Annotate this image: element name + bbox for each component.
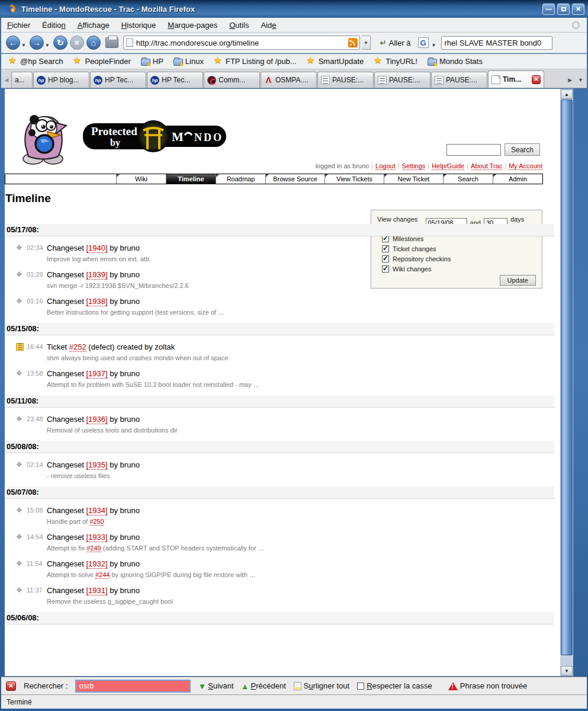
bookmark-item[interactable]: @hp Search — [8, 57, 63, 66]
timeline-section: 05/06/08: — [5, 612, 554, 624]
trac-nav-tab[interactable]: Search — [443, 174, 493, 184]
ticket-link[interactable]: #250 — [89, 518, 104, 526]
trac-nav-tab[interactable]: New Ticket — [384, 174, 443, 184]
go-button[interactable]: ↵ Aller à — [378, 37, 413, 49]
entry-link[interactable]: [1940] — [86, 244, 108, 253]
browser-tab[interactable]: HP Tec... — [147, 72, 203, 88]
entry-link[interactable]: #252 — [69, 342, 86, 352]
menu-item[interactable]: Édition — [42, 21, 66, 30]
browser-tab[interactable]: Tim...✕ — [488, 71, 544, 88]
browser-tab[interactable]: PAUSE:... — [374, 72, 430, 88]
find-input[interactable] — [75, 680, 191, 693]
reload-button[interactable]: ↻ — [53, 36, 68, 50]
menu-item[interactable]: Historique — [121, 21, 156, 30]
url-bar[interactable] — [123, 36, 360, 50]
stop-button[interactable]: × — [70, 36, 84, 50]
menu-item[interactable]: Fichier — [7, 21, 30, 30]
changeset-icon — [16, 461, 24, 469]
find-close-icon[interactable]: ✕ — [6, 681, 16, 691]
entry-link[interactable]: [1936] — [86, 415, 108, 424]
metanav-link[interactable]: Help/Guide — [432, 162, 464, 170]
tab-scroll-left-icon[interactable]: ◀ — [2, 72, 11, 88]
minimize-button[interactable]: — — [542, 4, 555, 15]
bookmark-item[interactable]: PeopleFinder — [73, 57, 130, 66]
checkbox-icon[interactable] — [357, 683, 364, 690]
metanav-link[interactable]: Settings — [402, 162, 426, 170]
trac-nav-tab[interactable]: View Tickets — [324, 174, 384, 184]
maximize-button[interactable] — [557, 4, 570, 15]
tab-scroll-right-icon[interactable]: ▶ — [565, 77, 574, 83]
entry-title: Ticket #252 (defect) created by zoltak — [47, 342, 554, 351]
close-button[interactable]: ✕ — [572, 4, 584, 15]
rss-feed-icon[interactable] — [348, 38, 358, 47]
match-case-checkbox[interactable]: Respecter la casse — [357, 681, 432, 690]
print-icon[interactable] — [105, 37, 118, 48]
date-header: 05/17/08: — [5, 224, 554, 236]
metanav-link[interactable]: About Trac — [471, 162, 502, 170]
entry-time: 01:16 — [27, 297, 43, 305]
titlebar[interactable]: Timeline - MondoRescue - Trac - Mozilla … — [0, 0, 588, 18]
metanav-link[interactable]: Logout — [375, 162, 396, 170]
engine-dropdown-icon[interactable]: ▼ — [432, 43, 436, 48]
menu-item[interactable]: Marque-pages — [168, 21, 217, 30]
entry-description: Attempt to fix problem with SuSE 10.2 bo… — [47, 381, 554, 389]
entry-link[interactable]: [1934] — [86, 506, 108, 515]
ticket-link[interactable]: #249 — [86, 545, 101, 552]
entry-link[interactable]: [1932] — [86, 559, 108, 569]
trac-nav-tab[interactable]: Roadmap — [216, 174, 265, 184]
ticket-link[interactable]: #244 — [95, 571, 110, 579]
trac-nav-tab[interactable]: Browse Source — [265, 174, 324, 184]
url-input[interactable] — [136, 39, 348, 47]
timeline-entry: 01:16 Changeset [1938] by bruno Better i… — [5, 297, 554, 316]
entry-link[interactable]: [1933] — [86, 533, 108, 542]
entry-link[interactable]: [1937] — [86, 369, 108, 379]
bookmark-item[interactable]: FTP Listing of /pub... — [214, 57, 297, 66]
browser-tab[interactable]: a... — [11, 72, 33, 88]
browser-tab[interactable]: HP Tec... — [90, 72, 146, 88]
scrollbar-thumb[interactable] — [561, 100, 573, 655]
vertical-scrollbar[interactable]: ▲ ▼ — [560, 89, 573, 676]
trac-nav-tab[interactable]: Admin — [493, 174, 542, 184]
metanav-link[interactable]: My Account — [509, 162, 542, 170]
scroll-up-icon[interactable]: ▲ — [561, 89, 573, 99]
home-button[interactable]: ⌂ — [86, 36, 101, 50]
back-button[interactable]: ← — [6, 36, 20, 50]
menu-item[interactable]: Outils — [229, 21, 249, 30]
entry-title: Changeset [1938] by bruno — [47, 297, 554, 306]
entry-link[interactable]: [1939] — [86, 270, 108, 280]
entry-link[interactable]: [1938] — [86, 297, 108, 306]
down-arrow-icon: ▼ — [198, 682, 205, 690]
find-next-button[interactable]: ▼ Suivant — [198, 681, 233, 690]
browser-tab[interactable]: OSMPA.... — [261, 72, 317, 88]
browser-tab[interactable]: HP blog... — [33, 72, 89, 88]
trac-nav-tab[interactable]: Wiki — [116, 174, 166, 184]
bookmark-item[interactable]: Mondo Stats — [428, 57, 483, 66]
bookmark-item[interactable]: SmartUpdate — [307, 57, 364, 66]
trac-search-input[interactable] — [446, 144, 501, 156]
entry-link[interactable]: [1935] — [86, 460, 108, 470]
bookmark-item[interactable]: HP — [141, 57, 163, 66]
web-search-input[interactable] — [441, 36, 552, 50]
timeline-entry: 23:48 Changeset [1936] by bruno Removal … — [5, 415, 554, 434]
forward-dropdown-icon[interactable]: ▼ — [45, 43, 50, 48]
menu-item[interactable]: Aide — [261, 21, 276, 30]
menu-item[interactable]: Affichage — [78, 21, 110, 30]
search-engine-icon[interactable]: G — [418, 37, 429, 48]
bookmark-item[interactable]: Linux — [173, 57, 204, 66]
highlight-all-button[interactable]: Surligner tout — [294, 681, 349, 690]
entry-link[interactable]: [1931] — [86, 586, 108, 595]
trac-search-button[interactable]: Search — [505, 143, 540, 156]
find-previous-button[interactable]: ▲ Précédent — [242, 681, 286, 690]
site-logo[interactable]: Protected by M NDO — [17, 104, 265, 169]
tab-list-dropdown-icon[interactable]: ▼ — [576, 77, 586, 83]
browser-tab[interactable]: Comm... — [204, 72, 260, 88]
forward-button[interactable]: → — [30, 36, 44, 50]
bookmark-item[interactable]: TinyURL! — [374, 57, 417, 66]
trac-nav-tab[interactable]: Timeline — [166, 174, 216, 184]
scroll-down-icon[interactable]: ▼ — [561, 666, 573, 675]
browser-tab[interactable]: PAUSE:... — [317, 72, 374, 88]
back-dropdown-icon[interactable]: ▼ — [21, 43, 26, 48]
browser-tab[interactable]: PAUSE:... — [431, 72, 487, 88]
tab-close-icon[interactable]: ✕ — [532, 75, 541, 84]
url-history-dropdown[interactable]: ▼ — [362, 36, 371, 50]
